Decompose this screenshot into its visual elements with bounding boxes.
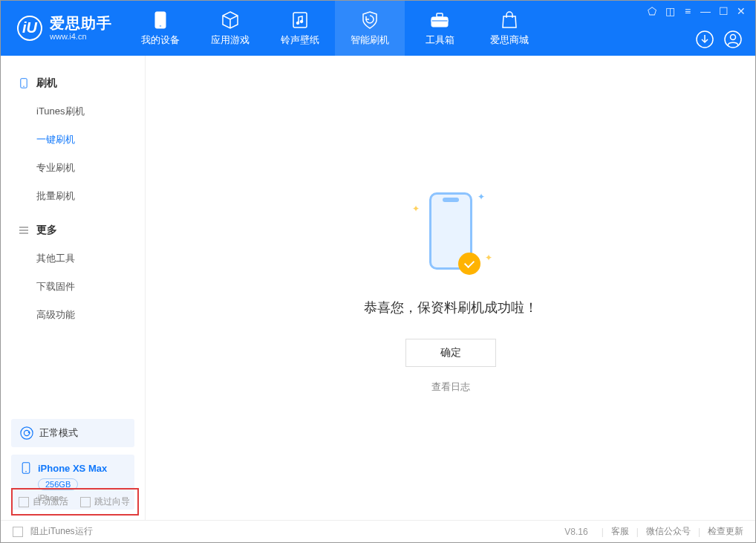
- nav-my-device[interactable]: 我的设备: [126, 1, 195, 56]
- app-subtitle: www.i4.cn: [50, 32, 112, 42]
- app-header: iU 爱思助手 www.i4.cn 我的设备 应用游戏 铃声壁纸 智能刷机 工具…: [1, 1, 755, 56]
- customer-service-link[interactable]: 客服: [611, 525, 629, 538]
- view-log-link[interactable]: 查看日志: [431, 380, 470, 394]
- nav-apps[interactable]: 应用游戏: [195, 1, 265, 56]
- logo-icon: iU: [17, 16, 42, 41]
- phone-small-icon: [20, 462, 32, 474]
- svg-rect-7: [431, 20, 448, 22]
- toolbox-icon: [430, 10, 449, 30]
- phone-icon: [154, 10, 166, 30]
- sidebar-section-more: 更多: [1, 216, 145, 244]
- shirt-icon[interactable]: ⬠: [645, 5, 659, 17]
- svg-point-4: [300, 20, 303, 23]
- version-label: V8.16: [564, 527, 587, 537]
- success-illustration: ✦ ✦ ✦: [384, 183, 518, 279]
- lock-icon[interactable]: ◫: [663, 5, 677, 17]
- device-name: iPhone XS Max: [38, 463, 107, 474]
- success-message: 恭喜您，保资料刷机成功啦！: [364, 299, 538, 316]
- list-icon: [19, 225, 29, 235]
- skip-guide-checkbox[interactable]: 跳过向导: [80, 495, 130, 508]
- sidebar-item-download-firmware[interactable]: 下载固件: [1, 273, 145, 301]
- svg-rect-6: [437, 13, 443, 17]
- music-icon: [292, 10, 308, 30]
- sidebar: 刷机 iTunes刷机 一键刷机 专业刷机 批量刷机 更多 其他工具 下载固件 …: [1, 56, 146, 520]
- logo: iU 爱思助手 www.i4.cn: [1, 15, 126, 42]
- nav-smart-flash[interactable]: 智能刷机: [335, 1, 405, 56]
- flash-options-highlight: 自动激活 跳过向导: [11, 488, 139, 516]
- sidebar-item-advanced[interactable]: 高级功能: [1, 301, 145, 329]
- auto-activate-checkbox[interactable]: 自动激活: [19, 495, 68, 508]
- minimize-button[interactable]: —: [699, 5, 712, 17]
- svg-point-15: [25, 471, 27, 472]
- cube-icon: [221, 10, 240, 30]
- download-icon[interactable]: [696, 30, 714, 48]
- user-controls: [696, 30, 742, 48]
- user-icon[interactable]: [724, 30, 742, 48]
- ok-button[interactable]: 确定: [405, 339, 496, 367]
- window-controls: ⬠ ◫ ≡ — ☐ ✕: [645, 5, 748, 17]
- bag-icon: [501, 10, 518, 30]
- status-bar: 阻止iTunes运行 V8.16 | 客服 | 微信公众号 | 检查更新: [1, 520, 755, 542]
- svg-point-13: [21, 427, 33, 439]
- maximize-button[interactable]: ☐: [717, 5, 730, 17]
- wechat-link[interactable]: 微信公众号: [646, 525, 691, 538]
- nav-toolbox[interactable]: 工具箱: [405, 1, 475, 56]
- shield-icon: [361, 10, 379, 30]
- main-content: ✦ ✦ ✦ 恭喜您，保资料刷机成功啦！ 确定 查看日志: [146, 56, 755, 520]
- svg-point-10: [731, 35, 736, 40]
- sidebar-item-other-tools[interactable]: 其他工具: [1, 244, 145, 273]
- menu-icon[interactable]: ≡: [681, 5, 694, 17]
- main-nav: 我的设备 应用游戏 铃声壁纸 智能刷机 工具箱 爱思商城: [126, 1, 544, 56]
- sidebar-item-batch-flash[interactable]: 批量刷机: [1, 182, 145, 210]
- nav-ringtones[interactable]: 铃声壁纸: [265, 1, 335, 56]
- check-icon: [458, 253, 480, 275]
- sidebar-item-itunes-flash[interactable]: iTunes刷机: [1, 97, 145, 126]
- close-button[interactable]: ✕: [734, 5, 748, 17]
- sync-icon: [20, 426, 33, 440]
- sidebar-section-flash: 刷机: [1, 69, 145, 97]
- sidebar-item-oneclick-flash[interactable]: 一键刷机: [1, 126, 145, 154]
- svg-point-1: [160, 25, 162, 27]
- check-update-link[interactable]: 检查更新: [708, 525, 743, 538]
- device-small-icon: [19, 78, 29, 88]
- block-itunes-checkbox[interactable]: 阻止iTunes运行: [13, 525, 93, 538]
- svg-point-3: [296, 22, 299, 25]
- nav-store[interactable]: 爱思商城: [475, 1, 544, 56]
- svg-point-12: [23, 86, 24, 87]
- app-title: 爱思助手: [50, 15, 112, 32]
- svg-rect-2: [293, 13, 307, 27]
- sidebar-item-pro-flash[interactable]: 专业刷机: [1, 154, 145, 182]
- device-mode-card[interactable]: 正常模式: [11, 419, 134, 447]
